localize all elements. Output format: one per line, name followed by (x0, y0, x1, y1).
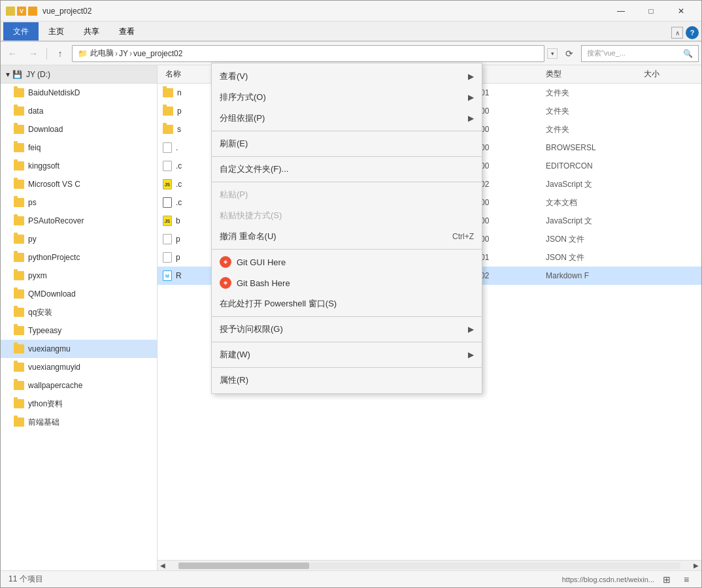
tab-file[interactable]: 文件 (3, 22, 39, 41)
file-icon (163, 142, 172, 153)
path-dropdown-btn[interactable]: ▾ (547, 48, 558, 59)
ctx-separator-4 (212, 249, 482, 250)
sidebar-item-wallpapercache[interactable]: wallpapercache (1, 376, 157, 395)
ctx-item-new[interactable]: 新建(W) ▶ (212, 344, 482, 365)
sidebar-item-data[interactable]: data (1, 102, 157, 120)
sidebar-item-baidunetdisk[interactable]: BaiduNetdiskD (1, 84, 157, 102)
ctx-separator-3 (212, 182, 482, 182)
sidebar-item-label: py (28, 235, 37, 244)
close-button[interactable]: ✕ (666, 1, 696, 22)
ctx-item-access[interactable]: 授予访问权限(G) ▶ (212, 319, 482, 340)
sidebar-item-pythonproject[interactable]: pythonProjectc (1, 248, 157, 267)
sidebar-item-vuexiangmu[interactable]: vuexiangmu (1, 340, 157, 358)
file-type: 文件夹 (546, 88, 644, 99)
ctx-item-group[interactable]: 分组依据(P) ▶ (212, 108, 482, 129)
drive-icon: 💾 (12, 70, 22, 79)
ctx-label-view: 查看(V) (220, 71, 248, 82)
ctx-separator-6 (212, 342, 482, 342)
ctx-item-sort[interactable]: 排序方式(O) ▶ (212, 87, 482, 108)
sidebar-item-label: data (28, 106, 43, 116)
address-path[interactable]: 📁 此电脑 › JY › vue_project02 (72, 45, 544, 62)
ctx-item-customize[interactable]: 自定义文件夹(F)... (212, 159, 482, 180)
file-type: Markdown F (546, 271, 644, 280)
search-box[interactable]: 搜索"vue_... 🔍 (581, 45, 699, 62)
sidebar-item-microsoft-vs[interactable]: Microsoft VS C (1, 175, 157, 193)
ctx-label-paste-shortcut: 粘贴快捷方式(S) (220, 210, 282, 221)
js-file-icon: JS (163, 179, 172, 189)
ctx-item-undo[interactable]: 撤消 重命名(U) Ctrl+Z (212, 226, 482, 247)
ctx-item-git-gui[interactable]: Git GUI Here (212, 252, 482, 272)
file-type: EDITORCON (546, 161, 644, 171)
file-name-text: p (177, 106, 182, 116)
git-gui-icon (220, 256, 231, 268)
minimize-button[interactable]: — (606, 1, 636, 22)
file-type: JavaScript 文 (546, 216, 644, 227)
folder-icon (14, 308, 24, 317)
sidebar-item-kinggsoft[interactable]: kinggsoft (1, 157, 157, 175)
col-type-header[interactable]: 类型 (546, 69, 644, 80)
col-size-header[interactable]: 大小 (644, 69, 696, 80)
sidebar-drive-header[interactable]: ▾ 💾 JY (D:) (1, 65, 157, 84)
ctx-item-view[interactable]: 查看(V) ▶ (212, 66, 482, 87)
path-sep-1: › (115, 49, 118, 58)
scroll-right-btn[interactable]: ▶ (691, 561, 701, 571)
sidebar-item-pyxm[interactable]: pyxm (1, 267, 157, 285)
sidebar-item-download[interactable]: Download (1, 120, 157, 139)
sidebar-item-vuexiangmuyid[interactable]: vuexiangmuyid (1, 358, 157, 376)
file-icon (163, 234, 172, 244)
tab-home[interactable]: 主页 (39, 22, 74, 41)
sidebar-item-label: pythonProjectc (28, 253, 80, 262)
scrollbar-thumb[interactable] (178, 563, 309, 569)
up-button[interactable]: ↑ (51, 44, 69, 63)
sidebar-item-typeeasy[interactable]: Typeeasy (1, 321, 157, 340)
sidebar-item-psautorecover[interactable]: PSAutoRecover (1, 212, 157, 230)
file-type: JSON 文件 (546, 234, 644, 245)
view-grid-btn[interactable]: ⊞ (660, 572, 674, 587)
file-name-text: . (176, 143, 178, 152)
window-controls: — □ ✕ (606, 1, 696, 22)
title-icon-2: V (17, 7, 26, 16)
ctx-item-paste[interactable]: 粘贴(P) (212, 184, 482, 205)
ribbon-collapse-btn[interactable]: ∧ (671, 27, 683, 39)
title-icon-1 (6, 7, 15, 16)
horizontal-scrollbar[interactable]: ◀ ▶ (158, 560, 701, 570)
help-button[interactable]: ? (686, 26, 699, 39)
sidebar-item-label: vuexiangmuyid (28, 363, 80, 372)
sidebar-drive-label: JY (D:) (26, 70, 50, 79)
status-right: https://blog.csdn.net/weixin... ⊞ ≡ (562, 572, 694, 587)
forward-button[interactable]: → (24, 44, 42, 63)
title-icon-3 (28, 7, 37, 16)
path-sep-2: › (129, 49, 132, 58)
file-name-text: .c (176, 161, 182, 171)
ctx-item-refresh[interactable]: 刷新(E) (212, 133, 482, 154)
sidebar-item-qq[interactable]: qq安装 (1, 303, 157, 321)
refresh-button[interactable]: ⟳ (560, 44, 578, 63)
sidebar-item-ython[interactable]: ython资料 (1, 395, 157, 413)
scroll-left-btn[interactable]: ◀ (158, 561, 168, 571)
tab-view[interactable]: 查看 (109, 22, 144, 41)
file-type: 文件夹 (546, 124, 644, 135)
view-list-btn[interactable]: ≡ (679, 572, 694, 587)
back-button[interactable]: ← (3, 44, 22, 63)
ctx-arrow-group: ▶ (468, 114, 474, 123)
ctx-item-git-bash[interactable]: Git Bash Here (212, 272, 482, 293)
ctx-label-paste: 粘贴(P) (220, 189, 248, 201)
folder-icon (14, 125, 24, 134)
ctx-item-paste-shortcut[interactable]: 粘贴快捷方式(S) (212, 205, 482, 226)
search-icon[interactable]: 🔍 (683, 49, 693, 58)
file-name-text: n (177, 88, 182, 97)
sidebar-item-frontend[interactable]: 前端基础 (1, 413, 157, 431)
file-type: BROWSERSL (546, 143, 644, 152)
ctx-separator-7 (212, 367, 482, 368)
sidebar-item-qmdownload[interactable]: QMDownload (1, 285, 157, 303)
sidebar-item-py[interactable]: py (1, 230, 157, 248)
maximize-button[interactable]: □ (636, 1, 666, 22)
sidebar-item-feiq[interactable]: feiq (1, 139, 157, 157)
sidebar-item-ps[interactable]: ps (1, 193, 157, 212)
folder-icon (14, 289, 24, 299)
sidebar-item-label: Microsoft VS C (28, 180, 80, 189)
path-part-project: vue_project02 (133, 49, 182, 58)
ctx-item-properties[interactable]: 属性(R) (212, 370, 482, 391)
ctx-item-powershell[interactable]: 在此处打开 Powershell 窗口(S) (212, 293, 482, 314)
tab-share[interactable]: 共享 (74, 22, 109, 41)
